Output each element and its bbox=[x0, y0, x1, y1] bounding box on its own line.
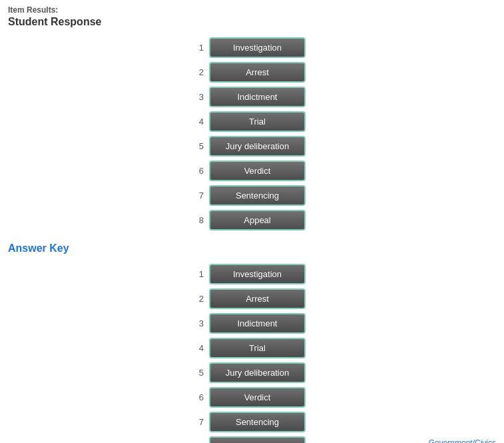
row-number: 1 bbox=[194, 269, 204, 279]
list-item: 2Arrest bbox=[194, 288, 496, 309]
row-number: 4 bbox=[194, 117, 204, 127]
student-item-btn[interactable]: Jury deliberation bbox=[209, 136, 306, 157]
student-item-btn[interactable]: Investigation bbox=[209, 37, 306, 58]
row-number: 3 bbox=[194, 92, 204, 102]
answer-item-btn: Appeal bbox=[209, 436, 306, 443]
list-item: 8Appeal bbox=[194, 210, 496, 230]
list-item: 2Arrest bbox=[194, 62, 496, 83]
student-item-btn[interactable]: Verdict bbox=[209, 161, 306, 181]
row-number: 1 bbox=[194, 43, 204, 53]
row-number: 2 bbox=[194, 67, 204, 77]
answer-item-btn: Sentencing bbox=[209, 412, 306, 432]
answer-key-title: Answer Key bbox=[8, 242, 496, 254]
footer: Government/Civics (SS8CG4.d) Adult Crimi… bbox=[352, 438, 496, 443]
list-item: 6Verdict bbox=[194, 387, 496, 408]
row-number: 5 bbox=[194, 368, 204, 378]
student-item-btn[interactable]: Trial bbox=[209, 111, 306, 132]
row-number: 2 bbox=[194, 294, 204, 304]
list-item: 4Trial bbox=[194, 111, 496, 132]
list-item: 5Jury deliberation bbox=[194, 136, 496, 157]
student-item-btn[interactable]: Appeal bbox=[209, 210, 306, 230]
student-item-btn[interactable]: Indictment bbox=[209, 87, 306, 107]
list-item: 3Indictment bbox=[194, 313, 496, 334]
footer-subject: Government/Civics bbox=[352, 438, 496, 443]
row-number: 6 bbox=[194, 166, 204, 176]
row-number: 3 bbox=[194, 318, 204, 328]
answer-item-btn: Trial bbox=[209, 338, 306, 358]
student-response-title: Student Response bbox=[8, 16, 496, 28]
answer-item-btn: Investigation bbox=[209, 264, 306, 284]
answer-key-list: 1Investigation2Arrest3Indictment4Trial5J… bbox=[194, 264, 496, 443]
student-item-btn[interactable]: Sentencing bbox=[209, 185, 306, 206]
row-number: 4 bbox=[194, 343, 204, 353]
row-number: 7 bbox=[194, 417, 204, 427]
answer-item-btn: Jury deliberation bbox=[209, 362, 306, 383]
answer-item-btn: Indictment bbox=[209, 313, 306, 334]
row-number: 8 bbox=[194, 215, 204, 225]
list-item: 6Verdict bbox=[194, 161, 496, 181]
list-item: 3Indictment bbox=[194, 87, 496, 107]
student-item-btn[interactable]: Arrest bbox=[209, 62, 306, 83]
list-item: 7Sentencing bbox=[194, 185, 496, 206]
item-results-label: Item Results: bbox=[8, 5, 496, 15]
row-number: 5 bbox=[194, 141, 204, 151]
list-item: 4Trial bbox=[194, 338, 496, 358]
answer-item-btn: Arrest bbox=[209, 288, 306, 309]
list-item: 7Sentencing bbox=[194, 412, 496, 432]
list-item: 1Investigation bbox=[194, 37, 496, 58]
list-item: 5Jury deliberation bbox=[194, 362, 496, 383]
page-container: Item Results: Student Response 1Investig… bbox=[0, 0, 504, 443]
row-number: 6 bbox=[194, 392, 204, 402]
student-response-list: 1Investigation2Arrest3Indictment4Trial5J… bbox=[194, 37, 496, 230]
row-number: 7 bbox=[194, 191, 204, 201]
answer-item-btn: Verdict bbox=[209, 387, 306, 408]
list-item: 1Investigation bbox=[194, 264, 496, 284]
